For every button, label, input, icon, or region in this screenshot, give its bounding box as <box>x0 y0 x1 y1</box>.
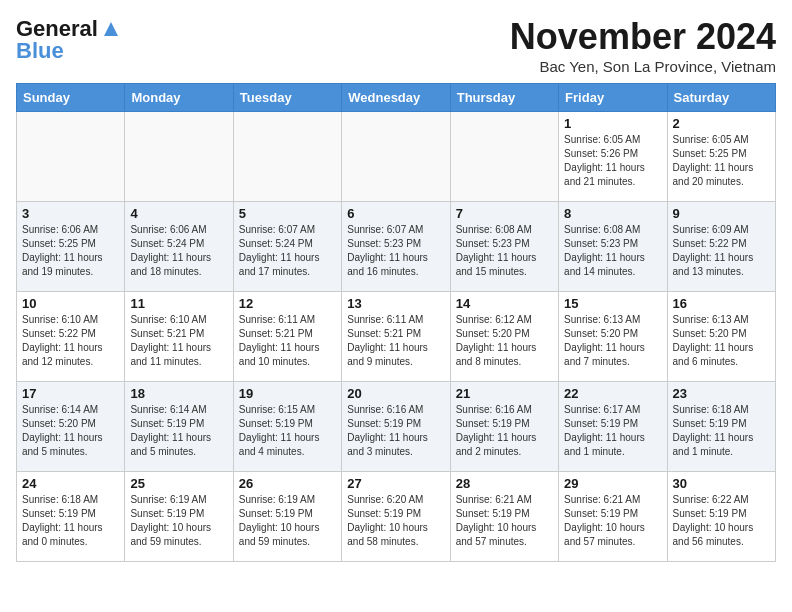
calendar-week-row: 10Sunrise: 6:10 AM Sunset: 5:22 PM Dayli… <box>17 292 776 382</box>
day-cell: 22Sunrise: 6:17 AM Sunset: 5:19 PM Dayli… <box>559 382 667 472</box>
day-number: 17 <box>22 386 119 401</box>
day-info: Sunrise: 6:20 AM Sunset: 5:19 PM Dayligh… <box>347 493 444 549</box>
day-info: Sunrise: 6:18 AM Sunset: 5:19 PM Dayligh… <box>673 403 770 459</box>
day-info: Sunrise: 6:14 AM Sunset: 5:19 PM Dayligh… <box>130 403 227 459</box>
day-cell: 21Sunrise: 6:16 AM Sunset: 5:19 PM Dayli… <box>450 382 558 472</box>
day-cell: 18Sunrise: 6:14 AM Sunset: 5:19 PM Dayli… <box>125 382 233 472</box>
day-cell: 5Sunrise: 6:07 AM Sunset: 5:24 PM Daylig… <box>233 202 341 292</box>
day-number: 30 <box>673 476 770 491</box>
day-number: 20 <box>347 386 444 401</box>
day-cell: 24Sunrise: 6:18 AM Sunset: 5:19 PM Dayli… <box>17 472 125 562</box>
day-info: Sunrise: 6:05 AM Sunset: 5:25 PM Dayligh… <box>673 133 770 189</box>
day-cell: 10Sunrise: 6:10 AM Sunset: 5:22 PM Dayli… <box>17 292 125 382</box>
day-number: 26 <box>239 476 336 491</box>
logo-triangle-icon <box>100 18 122 40</box>
day-info: Sunrise: 6:22 AM Sunset: 5:19 PM Dayligh… <box>673 493 770 549</box>
day-cell: 7Sunrise: 6:08 AM Sunset: 5:23 PM Daylig… <box>450 202 558 292</box>
day-number: 10 <box>22 296 119 311</box>
day-cell: 14Sunrise: 6:12 AM Sunset: 5:20 PM Dayli… <box>450 292 558 382</box>
day-info: Sunrise: 6:16 AM Sunset: 5:19 PM Dayligh… <box>456 403 553 459</box>
day-cell: 9Sunrise: 6:09 AM Sunset: 5:22 PM Daylig… <box>667 202 775 292</box>
day-info: Sunrise: 6:06 AM Sunset: 5:24 PM Dayligh… <box>130 223 227 279</box>
day-cell: 2Sunrise: 6:05 AM Sunset: 5:25 PM Daylig… <box>667 112 775 202</box>
calendar-week-row: 3Sunrise: 6:06 AM Sunset: 5:25 PM Daylig… <box>17 202 776 292</box>
day-number: 9 <box>673 206 770 221</box>
day-number: 14 <box>456 296 553 311</box>
day-number: 1 <box>564 116 661 131</box>
empty-cell <box>342 112 450 202</box>
day-number: 5 <box>239 206 336 221</box>
calendar-week-row: 24Sunrise: 6:18 AM Sunset: 5:19 PM Dayli… <box>17 472 776 562</box>
day-info: Sunrise: 6:08 AM Sunset: 5:23 PM Dayligh… <box>564 223 661 279</box>
day-cell: 4Sunrise: 6:06 AM Sunset: 5:24 PM Daylig… <box>125 202 233 292</box>
day-info: Sunrise: 6:11 AM Sunset: 5:21 PM Dayligh… <box>347 313 444 369</box>
empty-cell <box>450 112 558 202</box>
day-info: Sunrise: 6:13 AM Sunset: 5:20 PM Dayligh… <box>673 313 770 369</box>
day-info: Sunrise: 6:08 AM Sunset: 5:23 PM Dayligh… <box>456 223 553 279</box>
day-info: Sunrise: 6:15 AM Sunset: 5:19 PM Dayligh… <box>239 403 336 459</box>
day-number: 16 <box>673 296 770 311</box>
day-number: 8 <box>564 206 661 221</box>
calendar-header-row: SundayMondayTuesdayWednesdayThursdayFrid… <box>17 84 776 112</box>
column-header-thursday: Thursday <box>450 84 558 112</box>
day-cell: 1Sunrise: 6:05 AM Sunset: 5:26 PM Daylig… <box>559 112 667 202</box>
day-number: 6 <box>347 206 444 221</box>
day-number: 29 <box>564 476 661 491</box>
day-number: 27 <box>347 476 444 491</box>
day-info: Sunrise: 6:07 AM Sunset: 5:23 PM Dayligh… <box>347 223 444 279</box>
day-info: Sunrise: 6:09 AM Sunset: 5:22 PM Dayligh… <box>673 223 770 279</box>
day-info: Sunrise: 6:16 AM Sunset: 5:19 PM Dayligh… <box>347 403 444 459</box>
day-cell: 20Sunrise: 6:16 AM Sunset: 5:19 PM Dayli… <box>342 382 450 472</box>
day-info: Sunrise: 6:19 AM Sunset: 5:19 PM Dayligh… <box>239 493 336 549</box>
title-block: November 2024 Bac Yen, Son La Province, … <box>510 16 776 75</box>
day-number: 4 <box>130 206 227 221</box>
day-number: 12 <box>239 296 336 311</box>
day-cell: 23Sunrise: 6:18 AM Sunset: 5:19 PM Dayli… <box>667 382 775 472</box>
day-info: Sunrise: 6:10 AM Sunset: 5:21 PM Dayligh… <box>130 313 227 369</box>
column-header-sunday: Sunday <box>17 84 125 112</box>
empty-cell <box>233 112 341 202</box>
day-info: Sunrise: 6:21 AM Sunset: 5:19 PM Dayligh… <box>456 493 553 549</box>
day-info: Sunrise: 6:10 AM Sunset: 5:22 PM Dayligh… <box>22 313 119 369</box>
day-number: 21 <box>456 386 553 401</box>
column-header-wednesday: Wednesday <box>342 84 450 112</box>
day-info: Sunrise: 6:21 AM Sunset: 5:19 PM Dayligh… <box>564 493 661 549</box>
day-cell: 15Sunrise: 6:13 AM Sunset: 5:20 PM Dayli… <box>559 292 667 382</box>
calendar-week-row: 1Sunrise: 6:05 AM Sunset: 5:26 PM Daylig… <box>17 112 776 202</box>
column-header-tuesday: Tuesday <box>233 84 341 112</box>
calendar-table: SundayMondayTuesdayWednesdayThursdayFrid… <box>16 83 776 562</box>
day-cell: 3Sunrise: 6:06 AM Sunset: 5:25 PM Daylig… <box>17 202 125 292</box>
day-cell: 13Sunrise: 6:11 AM Sunset: 5:21 PM Dayli… <box>342 292 450 382</box>
empty-cell <box>125 112 233 202</box>
day-cell: 25Sunrise: 6:19 AM Sunset: 5:19 PM Dayli… <box>125 472 233 562</box>
day-number: 22 <box>564 386 661 401</box>
day-number: 28 <box>456 476 553 491</box>
day-number: 19 <box>239 386 336 401</box>
day-number: 13 <box>347 296 444 311</box>
calendar-week-row: 17Sunrise: 6:14 AM Sunset: 5:20 PM Dayli… <box>17 382 776 472</box>
column-header-saturday: Saturday <box>667 84 775 112</box>
page-title: November 2024 <box>510 16 776 58</box>
day-number: 24 <box>22 476 119 491</box>
day-info: Sunrise: 6:14 AM Sunset: 5:20 PM Dayligh… <box>22 403 119 459</box>
day-info: Sunrise: 6:17 AM Sunset: 5:19 PM Dayligh… <box>564 403 661 459</box>
day-cell: 11Sunrise: 6:10 AM Sunset: 5:21 PM Dayli… <box>125 292 233 382</box>
day-cell: 28Sunrise: 6:21 AM Sunset: 5:19 PM Dayli… <box>450 472 558 562</box>
page-subtitle: Bac Yen, Son La Province, Vietnam <box>510 58 776 75</box>
day-cell: 16Sunrise: 6:13 AM Sunset: 5:20 PM Dayli… <box>667 292 775 382</box>
column-header-friday: Friday <box>559 84 667 112</box>
column-header-monday: Monday <box>125 84 233 112</box>
day-number: 3 <box>22 206 119 221</box>
day-info: Sunrise: 6:05 AM Sunset: 5:26 PM Dayligh… <box>564 133 661 189</box>
logo: General Blue <box>16 16 122 64</box>
day-number: 25 <box>130 476 227 491</box>
day-number: 2 <box>673 116 770 131</box>
day-number: 15 <box>564 296 661 311</box>
day-number: 18 <box>130 386 227 401</box>
day-info: Sunrise: 6:18 AM Sunset: 5:19 PM Dayligh… <box>22 493 119 549</box>
day-info: Sunrise: 6:13 AM Sunset: 5:20 PM Dayligh… <box>564 313 661 369</box>
day-info: Sunrise: 6:11 AM Sunset: 5:21 PM Dayligh… <box>239 313 336 369</box>
day-number: 7 <box>456 206 553 221</box>
day-info: Sunrise: 6:07 AM Sunset: 5:24 PM Dayligh… <box>239 223 336 279</box>
day-cell: 30Sunrise: 6:22 AM Sunset: 5:19 PM Dayli… <box>667 472 775 562</box>
